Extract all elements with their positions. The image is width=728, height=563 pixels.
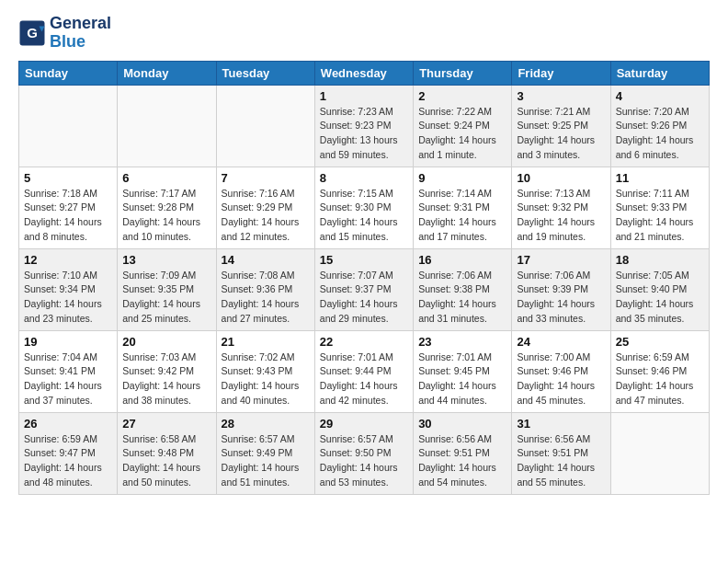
day-number: 9	[418, 171, 506, 185]
calendar-cell: 6Sunrise: 7:17 AM Sunset: 9:28 PM Daylig…	[118, 167, 216, 248]
logo-text: General Blue	[50, 15, 111, 52]
day-number: 14	[222, 253, 310, 267]
logo-icon: G	[18, 19, 46, 47]
day-number: 27	[122, 417, 210, 431]
day-info: Sunrise: 6:59 AM Sunset: 9:46 PM Dayligh…	[616, 350, 704, 408]
calendar-cell: 2Sunrise: 7:22 AM Sunset: 9:24 PM Daylig…	[414, 85, 512, 167]
day-info: Sunrise: 7:00 AM Sunset: 9:46 PM Dayligh…	[517, 350, 605, 408]
calendar-cell: 4Sunrise: 7:20 AM Sunset: 9:26 PM Daylig…	[610, 85, 709, 167]
day-info: Sunrise: 6:57 AM Sunset: 9:50 PM Dayligh…	[320, 432, 408, 490]
calendar-cell: 27Sunrise: 6:58 AM Sunset: 9:48 PM Dayli…	[118, 412, 216, 494]
day-info: Sunrise: 7:09 AM Sunset: 9:35 PM Dayligh…	[122, 269, 210, 327]
day-info: Sunrise: 6:56 AM Sunset: 9:51 PM Dayligh…	[418, 432, 506, 490]
day-number: 20	[122, 335, 210, 349]
day-number: 16	[418, 253, 506, 267]
calendar-cell: 19Sunrise: 7:04 AM Sunset: 9:41 PM Dayli…	[19, 330, 118, 412]
day-info: Sunrise: 7:23 AM Sunset: 9:23 PM Dayligh…	[320, 105, 408, 163]
day-info: Sunrise: 7:11 AM Sunset: 9:33 PM Dayligh…	[616, 187, 704, 245]
calendar-cell: 11Sunrise: 7:11 AM Sunset: 9:33 PM Dayli…	[610, 167, 709, 248]
calendar-cell: 31Sunrise: 6:56 AM Sunset: 9:51 PM Dayli…	[512, 412, 610, 494]
day-number: 10	[517, 171, 605, 185]
day-number: 18	[616, 253, 704, 267]
calendar-cell	[610, 412, 709, 494]
day-number: 12	[24, 253, 112, 267]
weekday-header-row: SundayMondayTuesdayWednesdayThursdayFrid…	[19, 61, 710, 85]
calendar-cell: 21Sunrise: 7:02 AM Sunset: 9:43 PM Dayli…	[216, 330, 314, 412]
calendar-cell: 28Sunrise: 6:57 AM Sunset: 9:49 PM Dayli…	[216, 412, 314, 494]
day-number: 6	[122, 171, 210, 185]
day-info: Sunrise: 7:04 AM Sunset: 9:41 PM Dayligh…	[24, 350, 112, 408]
day-info: Sunrise: 6:59 AM Sunset: 9:47 PM Dayligh…	[24, 432, 112, 490]
day-number: 26	[24, 417, 112, 431]
day-number: 29	[320, 417, 408, 431]
day-info: Sunrise: 6:58 AM Sunset: 9:48 PM Dayligh…	[122, 432, 210, 490]
calendar-cell: 14Sunrise: 7:08 AM Sunset: 9:36 PM Dayli…	[216, 248, 314, 330]
day-number: 30	[418, 417, 506, 431]
calendar-cell: 20Sunrise: 7:03 AM Sunset: 9:42 PM Dayli…	[118, 330, 216, 412]
calendar-cell	[216, 85, 314, 167]
day-info: Sunrise: 7:03 AM Sunset: 9:42 PM Dayligh…	[122, 350, 210, 408]
day-info: Sunrise: 6:56 AM Sunset: 9:51 PM Dayligh…	[517, 432, 605, 490]
calendar-cell: 29Sunrise: 6:57 AM Sunset: 9:50 PM Dayli…	[314, 412, 413, 494]
day-number: 31	[517, 417, 605, 431]
day-info: Sunrise: 7:02 AM Sunset: 9:43 PM Dayligh…	[222, 350, 310, 408]
day-number: 3	[517, 89, 605, 103]
day-info: Sunrise: 7:01 AM Sunset: 9:45 PM Dayligh…	[418, 350, 506, 408]
day-info: Sunrise: 7:13 AM Sunset: 9:32 PM Dayligh…	[517, 187, 605, 245]
day-info: Sunrise: 7:21 AM Sunset: 9:25 PM Dayligh…	[517, 105, 605, 163]
day-info: Sunrise: 7:06 AM Sunset: 9:39 PM Dayligh…	[517, 269, 605, 327]
day-info: Sunrise: 7:14 AM Sunset: 9:31 PM Dayligh…	[418, 187, 506, 245]
day-info: Sunrise: 7:10 AM Sunset: 9:34 PM Dayligh…	[24, 269, 112, 327]
calendar-cell: 22Sunrise: 7:01 AM Sunset: 9:44 PM Dayli…	[314, 330, 413, 412]
calendar-week-1: 1Sunrise: 7:23 AM Sunset: 9:23 PM Daylig…	[19, 85, 710, 167]
day-number: 4	[616, 89, 704, 103]
day-number: 23	[418, 335, 506, 349]
calendar-week-2: 5Sunrise: 7:18 AM Sunset: 9:27 PM Daylig…	[19, 167, 710, 248]
day-info: Sunrise: 7:16 AM Sunset: 9:29 PM Dayligh…	[222, 187, 310, 245]
weekday-header-tuesday: Tuesday	[216, 61, 314, 85]
day-number: 19	[24, 335, 112, 349]
day-info: Sunrise: 7:15 AM Sunset: 9:30 PM Dayligh…	[320, 187, 408, 245]
calendar-cell: 18Sunrise: 7:05 AM Sunset: 9:40 PM Dayli…	[610, 248, 709, 330]
calendar-cell: 23Sunrise: 7:01 AM Sunset: 9:45 PM Dayli…	[414, 330, 512, 412]
day-info: Sunrise: 7:17 AM Sunset: 9:28 PM Dayligh…	[122, 187, 210, 245]
day-number: 7	[222, 171, 310, 185]
weekday-header-friday: Friday	[512, 61, 610, 85]
calendar-cell: 9Sunrise: 7:14 AM Sunset: 9:31 PM Daylig…	[414, 167, 512, 248]
weekday-header-monday: Monday	[118, 61, 216, 85]
calendar-cell	[19, 85, 118, 167]
day-number: 22	[320, 335, 408, 349]
day-number: 17	[517, 253, 605, 267]
day-number: 28	[222, 417, 310, 431]
calendar-cell: 25Sunrise: 6:59 AM Sunset: 9:46 PM Dayli…	[610, 330, 709, 412]
day-number: 8	[320, 171, 408, 185]
calendar-cell	[118, 85, 216, 167]
logo: G General Blue	[18, 15, 111, 52]
calendar-cell: 24Sunrise: 7:00 AM Sunset: 9:46 PM Dayli…	[512, 330, 610, 412]
calendar-page: G General Blue SundayMondayTuesdayWednes…	[0, 0, 728, 513]
calendar-cell: 3Sunrise: 7:21 AM Sunset: 9:25 PM Daylig…	[512, 85, 610, 167]
calendar-cell: 5Sunrise: 7:18 AM Sunset: 9:27 PM Daylig…	[19, 167, 118, 248]
calendar-cell: 12Sunrise: 7:10 AM Sunset: 9:34 PM Dayli…	[19, 248, 118, 330]
day-number: 24	[517, 335, 605, 349]
svg-text:G: G	[27, 24, 38, 40]
calendar-cell: 26Sunrise: 6:59 AM Sunset: 9:47 PM Dayli…	[19, 412, 118, 494]
calendar-week-4: 19Sunrise: 7:04 AM Sunset: 9:41 PM Dayli…	[19, 330, 710, 412]
day-number: 21	[222, 335, 310, 349]
calendar-cell: 15Sunrise: 7:07 AM Sunset: 9:37 PM Dayli…	[314, 248, 413, 330]
day-info: Sunrise: 6:57 AM Sunset: 9:49 PM Dayligh…	[222, 432, 310, 490]
day-number: 2	[418, 89, 506, 103]
day-info: Sunrise: 7:06 AM Sunset: 9:38 PM Dayligh…	[418, 269, 506, 327]
day-info: Sunrise: 7:20 AM Sunset: 9:26 PM Dayligh…	[616, 105, 704, 163]
day-info: Sunrise: 7:01 AM Sunset: 9:44 PM Dayligh…	[320, 350, 408, 408]
calendar-cell: 16Sunrise: 7:06 AM Sunset: 9:38 PM Dayli…	[414, 248, 512, 330]
calendar-cell: 30Sunrise: 6:56 AM Sunset: 9:51 PM Dayli…	[414, 412, 512, 494]
weekday-header-thursday: Thursday	[414, 61, 512, 85]
day-number: 25	[616, 335, 704, 349]
day-number: 11	[616, 171, 704, 185]
day-info: Sunrise: 7:22 AM Sunset: 9:24 PM Dayligh…	[418, 105, 506, 163]
day-number: 15	[320, 253, 408, 267]
calendar-week-5: 26Sunrise: 6:59 AM Sunset: 9:47 PM Dayli…	[19, 412, 710, 494]
calendar-cell: 7Sunrise: 7:16 AM Sunset: 9:29 PM Daylig…	[216, 167, 314, 248]
day-info: Sunrise: 7:18 AM Sunset: 9:27 PM Dayligh…	[24, 187, 112, 245]
